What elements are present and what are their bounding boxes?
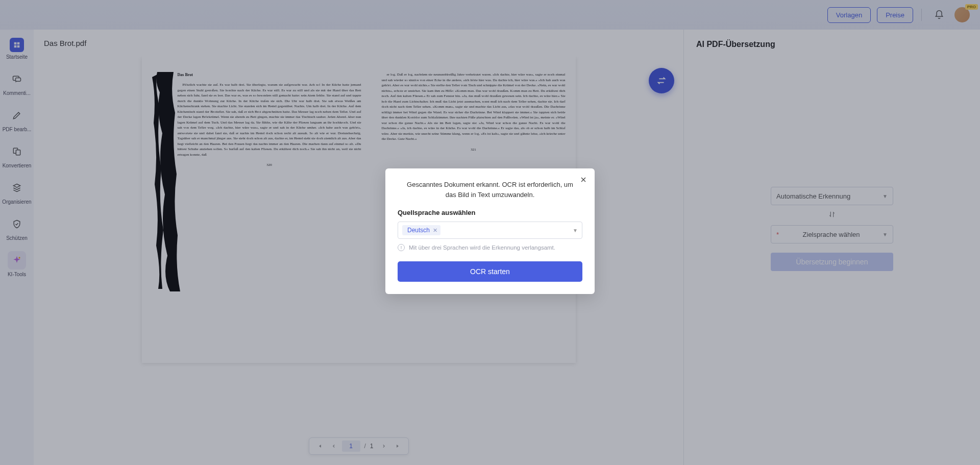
- chevron-down-icon: ▼: [573, 228, 578, 233]
- language-chip-label: Deutsch: [407, 227, 430, 234]
- start-ocr-button[interactable]: OCR starten: [398, 261, 582, 282]
- ocr-modal: Gescanntes Dokument erkannt. OCR ist erf…: [385, 168, 595, 294]
- modal-hint: ! Mit über drei Sprachen wird die Erkenn…: [398, 244, 582, 251]
- modal-hint-text: Mit über drei Sprachen wird die Erkennun…: [409, 244, 555, 251]
- info-icon: !: [398, 244, 405, 251]
- modal-language-select[interactable]: Deutsch ✕ ▼: [398, 222, 582, 239]
- chip-remove-icon[interactable]: ✕: [433, 227, 437, 234]
- language-chip: Deutsch ✕: [402, 225, 440, 235]
- modal-source-language-label: Quellsprache auswählen: [398, 209, 582, 216]
- modal-message: Gescanntes Dokument erkannt. OCR ist erf…: [398, 180, 582, 200]
- close-icon[interactable]: [579, 176, 587, 184]
- modal-overlay[interactable]: Gescanntes Dokument erkannt. OCR ist erf…: [0, 0, 980, 465]
